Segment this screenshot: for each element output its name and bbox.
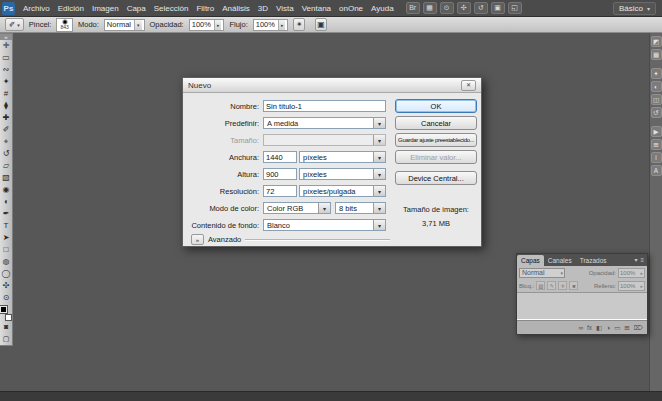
arrange-documents-icon[interactable]: ▣ <box>491 2 505 14</box>
panel-menu-icon[interactable]: ≡ <box>640 256 644 264</box>
launch-bridge-icon[interactable]: Br <box>406 2 420 14</box>
layer-fill-select[interactable]: 100% ▸ <box>618 281 645 291</box>
quick-selection-tool[interactable]: ✦ <box>1 76 12 88</box>
clone-stamp-tool[interactable]: ⌖ <box>1 136 12 148</box>
history-brush-tool[interactable]: ↺ <box>1 148 12 160</box>
dock-masks-icon[interactable]: ◫ <box>651 94 662 105</box>
color-swatches[interactable] <box>0 306 12 321</box>
marquee-tool[interactable]: ▭ <box>1 52 12 64</box>
path-selection-tool[interactable]: ➤ <box>1 232 12 244</box>
document-name-input[interactable] <box>263 100 386 112</box>
dock-history-icon[interactable]: ↺ <box>651 107 662 118</box>
layer-mask-icon[interactable]: ◧ <box>596 322 602 334</box>
color-mode-select[interactable]: Color RGB <box>263 202 331 214</box>
flow-select[interactable]: 100% ▸ <box>253 19 289 31</box>
shape-tool[interactable]: □ <box>1 244 12 256</box>
eraser-tool[interactable]: ▱ <box>1 160 12 172</box>
menu-item[interactable]: 3D <box>254 0 272 17</box>
hand-tool[interactable]: ✣ <box>1 280 12 292</box>
tab-trazados[interactable]: Trazados <box>576 255 611 266</box>
background-color-swatch[interactable] <box>5 314 12 321</box>
menu-item[interactable]: Capa <box>123 0 150 17</box>
height-unit-select[interactable]: píxeles <box>299 168 386 180</box>
resolution-unit-select[interactable]: píxeles/pulgada <box>299 185 386 197</box>
dock-adjustments-icon[interactable]: ◐ <box>651 81 662 92</box>
airbrush-icon[interactable]: ✴ <box>293 18 305 31</box>
menu-item[interactable]: Vista <box>272 0 298 17</box>
quick-mask-icon[interactable]: ◙ <box>1 321 12 333</box>
pen-tool[interactable]: ✒ <box>1 208 12 220</box>
workspace-switcher[interactable]: Básico ▾ <box>613 2 656 15</box>
tab-capas[interactable]: Capas <box>517 255 544 266</box>
lock-paint-icon[interactable]: ✎ <box>547 281 556 290</box>
blur-tool[interactable]: ◉ <box>1 184 12 196</box>
blend-mode-select[interactable]: Normal ▾ <box>104 19 145 31</box>
lock-transparency-icon[interactable]: ▨ <box>536 281 545 290</box>
size-select[interactable] <box>263 134 386 146</box>
move-tool[interactable]: ✛ <box>1 40 12 52</box>
layers-list[interactable] <box>517 292 647 320</box>
menu-item[interactable]: Archivo <box>19 0 54 17</box>
collapse-panel-icon[interactable]: ▾ <box>634 256 637 264</box>
lock-position-icon[interactable]: ✛ <box>558 281 567 290</box>
layer-opacity-select[interactable]: 100% ▸ <box>618 268 645 278</box>
toggle-panel-icon[interactable]: ▣ <box>315 18 327 31</box>
new-layer-icon[interactable]: ⊞ <box>624 322 629 334</box>
bit-depth-select[interactable]: 8 bits <box>335 202 386 214</box>
dialog-titlebar[interactable]: Nuevo ✕ <box>183 78 481 93</box>
dock-swatches-icon[interactable]: ▦ <box>651 49 662 60</box>
preset-select[interactable]: A medida <box>263 117 386 129</box>
dock-styles-icon[interactable]: ✦ <box>651 68 662 79</box>
hand-tool-icon[interactable]: ✣ <box>457 2 471 14</box>
dock-character-icon[interactable]: A <box>651 165 662 176</box>
device-central-button[interactable]: Device Central... <box>395 171 477 185</box>
type-tool[interactable]: T <box>1 220 12 232</box>
healing-brush-tool[interactable]: ✚ <box>1 112 12 124</box>
dock-color-icon[interactable]: ◩ <box>651 36 662 47</box>
opacity-select[interactable]: 100% ▸ <box>189 19 225 31</box>
layer-group-icon[interactable]: ▭ <box>614 322 620 334</box>
menu-item[interactable]: Filtro <box>192 0 218 17</box>
menu-item[interactable]: Edición <box>54 0 88 17</box>
dock-actions-icon[interactable]: ▶ <box>651 126 662 137</box>
foreground-color-swatch[interactable] <box>0 306 7 313</box>
menu-item[interactable]: Selección <box>150 0 193 17</box>
screen-mode-icon[interactable]: ◱ <box>508 2 522 14</box>
brush-preset-preview[interactable]: 843 <box>56 18 73 32</box>
cancel-button[interactable]: Cancelar <box>395 116 477 130</box>
advanced-toggle-icon[interactable]: » <box>191 234 204 245</box>
zoom-level-icon[interactable]: ⊙ <box>440 2 454 14</box>
layer-style-icon[interactable]: fx <box>587 322 592 334</box>
height-input[interactable] <box>263 168 297 180</box>
tool-preset-picker[interactable]: ✐ ▾ <box>5 18 24 31</box>
menu-item[interactable]: Análisis <box>218 0 254 17</box>
layer-blend-mode-select[interactable]: Normal <box>519 268 565 278</box>
zoom-tool[interactable]: ⊙ <box>1 292 12 304</box>
eyedropper-tool[interactable]: ⧫ <box>1 100 12 112</box>
menu-item[interactable]: Imagen <box>88 0 123 17</box>
menu-item[interactable]: Ayuda <box>367 0 398 17</box>
screen-mode-icon[interactable]: ▢ <box>1 333 12 345</box>
3d-orbit-tool[interactable]: ◯ <box>1 268 12 280</box>
delete-layer-icon[interactable]: ⌦ <box>634 322 643 334</box>
3d-rotate-tool[interactable]: ◍ <box>1 256 12 268</box>
rotate-view-icon[interactable]: ↺ <box>474 2 488 14</box>
save-preset-button[interactable]: Guardar ajuste preestablecido... <box>395 133 477 147</box>
lasso-tool[interactable]: ∾ <box>1 64 12 76</box>
width-input[interactable] <box>263 151 297 163</box>
link-layers-icon[interactable]: ∞ <box>578 322 583 334</box>
view-extras-icon[interactable]: ▦ <box>423 2 437 14</box>
ok-button[interactable]: OK <box>395 99 477 113</box>
lock-all-icon[interactable]: ■ <box>569 281 578 290</box>
resolution-input[interactable] <box>263 185 297 197</box>
tab-canales[interactable]: Canales <box>544 255 576 266</box>
close-icon[interactable]: ✕ <box>461 80 476 91</box>
crop-tool[interactable]: # <box>1 88 12 100</box>
dock-navigator-icon[interactable]: ⊞ <box>651 139 662 150</box>
dodge-tool[interactable]: ◖ <box>1 196 12 208</box>
background-contents-select[interactable]: Blanco <box>263 219 386 231</box>
dock-info-icon[interactable]: i <box>651 152 662 163</box>
gradient-tool[interactable]: ▧ <box>1 172 12 184</box>
brush-tool[interactable]: ✐ <box>1 124 12 136</box>
delete-preset-button[interactable]: Eliminar valor... <box>395 150 477 164</box>
